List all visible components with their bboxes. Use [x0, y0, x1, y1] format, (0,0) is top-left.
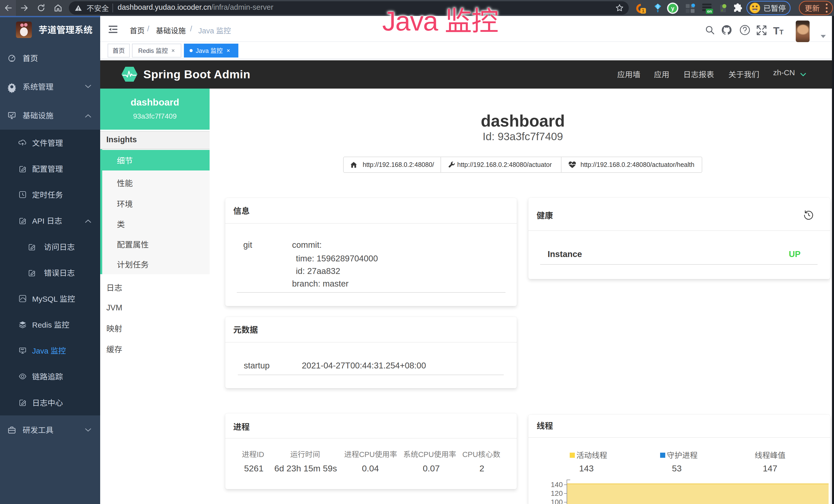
svg-text:y: y — [671, 5, 675, 12]
svg-text:on: on — [707, 9, 712, 13]
svg-text:1: 1 — [642, 8, 644, 13]
